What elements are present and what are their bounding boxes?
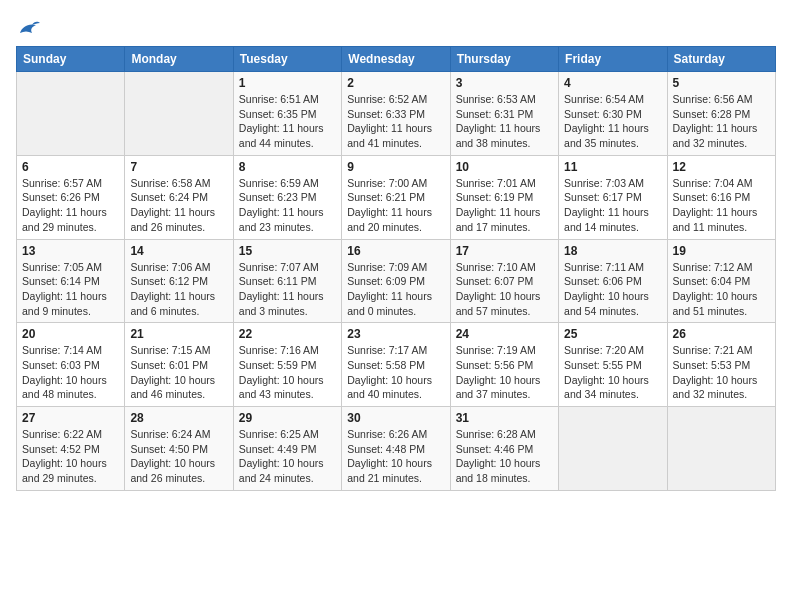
day-number: 19: [673, 244, 770, 258]
day-number: 7: [130, 160, 227, 174]
calendar-cell: [17, 72, 125, 156]
calendar-cell: 26Sunrise: 7:21 AMSunset: 5:53 PMDayligh…: [667, 323, 775, 407]
calendar-cell: 20Sunrise: 7:14 AMSunset: 6:03 PMDayligh…: [17, 323, 125, 407]
day-content: Sunrise: 6:57 AMSunset: 6:26 PMDaylight:…: [22, 176, 119, 235]
day-content: Sunrise: 7:04 AMSunset: 6:16 PMDaylight:…: [673, 176, 770, 235]
day-content: Sunrise: 6:28 AMSunset: 4:46 PMDaylight:…: [456, 427, 553, 486]
week-row-1: 6Sunrise: 6:57 AMSunset: 6:26 PMDaylight…: [17, 155, 776, 239]
calendar-cell: 21Sunrise: 7:15 AMSunset: 6:01 PMDayligh…: [125, 323, 233, 407]
day-number: 16: [347, 244, 444, 258]
header-sunday: Sunday: [17, 47, 125, 72]
calendar-cell: 25Sunrise: 7:20 AMSunset: 5:55 PMDayligh…: [559, 323, 667, 407]
day-number: 12: [673, 160, 770, 174]
calendar-cell: 6Sunrise: 6:57 AMSunset: 6:26 PMDaylight…: [17, 155, 125, 239]
logo-bird-icon: [18, 19, 40, 37]
calendar-cell: 22Sunrise: 7:16 AMSunset: 5:59 PMDayligh…: [233, 323, 341, 407]
calendar-cell: [667, 407, 775, 491]
header-monday: Monday: [125, 47, 233, 72]
header-saturday: Saturday: [667, 47, 775, 72]
calendar-cell: 7Sunrise: 6:58 AMSunset: 6:24 PMDaylight…: [125, 155, 233, 239]
calendar-cell: [125, 72, 233, 156]
calendar-cell: 11Sunrise: 7:03 AMSunset: 6:17 PMDayligh…: [559, 155, 667, 239]
calendar-cell: 27Sunrise: 6:22 AMSunset: 4:52 PMDayligh…: [17, 407, 125, 491]
day-number: 20: [22, 327, 119, 341]
day-content: Sunrise: 6:22 AMSunset: 4:52 PMDaylight:…: [22, 427, 119, 486]
day-content: Sunrise: 6:53 AMSunset: 6:31 PMDaylight:…: [456, 92, 553, 151]
day-number: 3: [456, 76, 553, 90]
day-number: 2: [347, 76, 444, 90]
day-content: Sunrise: 7:17 AMSunset: 5:58 PMDaylight:…: [347, 343, 444, 402]
calendar-header-row: SundayMondayTuesdayWednesdayThursdayFrid…: [17, 47, 776, 72]
day-content: Sunrise: 7:16 AMSunset: 5:59 PMDaylight:…: [239, 343, 336, 402]
calendar-cell: 4Sunrise: 6:54 AMSunset: 6:30 PMDaylight…: [559, 72, 667, 156]
calendar-cell: 10Sunrise: 7:01 AMSunset: 6:19 PMDayligh…: [450, 155, 558, 239]
calendar-cell: 16Sunrise: 7:09 AMSunset: 6:09 PMDayligh…: [342, 239, 450, 323]
logo-text: [16, 16, 40, 38]
day-content: Sunrise: 7:00 AMSunset: 6:21 PMDaylight:…: [347, 176, 444, 235]
calendar-cell: 3Sunrise: 6:53 AMSunset: 6:31 PMDaylight…: [450, 72, 558, 156]
day-number: 30: [347, 411, 444, 425]
header-tuesday: Tuesday: [233, 47, 341, 72]
week-row-2: 13Sunrise: 7:05 AMSunset: 6:14 PMDayligh…: [17, 239, 776, 323]
day-content: Sunrise: 7:09 AMSunset: 6:09 PMDaylight:…: [347, 260, 444, 319]
logo: [16, 16, 40, 38]
calendar-cell: 1Sunrise: 6:51 AMSunset: 6:35 PMDaylight…: [233, 72, 341, 156]
calendar-cell: 9Sunrise: 7:00 AMSunset: 6:21 PMDaylight…: [342, 155, 450, 239]
calendar-cell: 14Sunrise: 7:06 AMSunset: 6:12 PMDayligh…: [125, 239, 233, 323]
day-content: Sunrise: 7:14 AMSunset: 6:03 PMDaylight:…: [22, 343, 119, 402]
day-content: Sunrise: 7:21 AMSunset: 5:53 PMDaylight:…: [673, 343, 770, 402]
calendar-cell: 19Sunrise: 7:12 AMSunset: 6:04 PMDayligh…: [667, 239, 775, 323]
day-content: Sunrise: 7:05 AMSunset: 6:14 PMDaylight:…: [22, 260, 119, 319]
day-number: 1: [239, 76, 336, 90]
day-number: 29: [239, 411, 336, 425]
day-number: 25: [564, 327, 661, 341]
day-number: 27: [22, 411, 119, 425]
calendar-cell: 31Sunrise: 6:28 AMSunset: 4:46 PMDayligh…: [450, 407, 558, 491]
day-content: Sunrise: 6:51 AMSunset: 6:35 PMDaylight:…: [239, 92, 336, 151]
day-number: 14: [130, 244, 227, 258]
day-number: 24: [456, 327, 553, 341]
day-number: 8: [239, 160, 336, 174]
day-number: 26: [673, 327, 770, 341]
day-number: 4: [564, 76, 661, 90]
calendar-cell: 24Sunrise: 7:19 AMSunset: 5:56 PMDayligh…: [450, 323, 558, 407]
day-number: 18: [564, 244, 661, 258]
header-friday: Friday: [559, 47, 667, 72]
calendar-cell: 30Sunrise: 6:26 AMSunset: 4:48 PMDayligh…: [342, 407, 450, 491]
day-content: Sunrise: 7:01 AMSunset: 6:19 PMDaylight:…: [456, 176, 553, 235]
day-content: Sunrise: 6:52 AMSunset: 6:33 PMDaylight:…: [347, 92, 444, 151]
day-number: 11: [564, 160, 661, 174]
day-number: 17: [456, 244, 553, 258]
header-thursday: Thursday: [450, 47, 558, 72]
day-number: 10: [456, 160, 553, 174]
day-content: Sunrise: 7:12 AMSunset: 6:04 PMDaylight:…: [673, 260, 770, 319]
calendar-cell: [559, 407, 667, 491]
header-wednesday: Wednesday: [342, 47, 450, 72]
page-header: [16, 16, 776, 38]
day-content: Sunrise: 7:10 AMSunset: 6:07 PMDaylight:…: [456, 260, 553, 319]
day-content: Sunrise: 6:56 AMSunset: 6:28 PMDaylight:…: [673, 92, 770, 151]
day-content: Sunrise: 7:15 AMSunset: 6:01 PMDaylight:…: [130, 343, 227, 402]
week-row-3: 20Sunrise: 7:14 AMSunset: 6:03 PMDayligh…: [17, 323, 776, 407]
calendar-cell: 28Sunrise: 6:24 AMSunset: 4:50 PMDayligh…: [125, 407, 233, 491]
calendar-cell: 2Sunrise: 6:52 AMSunset: 6:33 PMDaylight…: [342, 72, 450, 156]
calendar-cell: 18Sunrise: 7:11 AMSunset: 6:06 PMDayligh…: [559, 239, 667, 323]
calendar-cell: 17Sunrise: 7:10 AMSunset: 6:07 PMDayligh…: [450, 239, 558, 323]
day-content: Sunrise: 7:19 AMSunset: 5:56 PMDaylight:…: [456, 343, 553, 402]
day-content: Sunrise: 7:11 AMSunset: 6:06 PMDaylight:…: [564, 260, 661, 319]
day-content: Sunrise: 7:06 AMSunset: 6:12 PMDaylight:…: [130, 260, 227, 319]
week-row-0: 1Sunrise: 6:51 AMSunset: 6:35 PMDaylight…: [17, 72, 776, 156]
calendar-cell: 29Sunrise: 6:25 AMSunset: 4:49 PMDayligh…: [233, 407, 341, 491]
day-number: 13: [22, 244, 119, 258]
day-content: Sunrise: 6:58 AMSunset: 6:24 PMDaylight:…: [130, 176, 227, 235]
calendar-cell: 13Sunrise: 7:05 AMSunset: 6:14 PMDayligh…: [17, 239, 125, 323]
day-content: Sunrise: 6:24 AMSunset: 4:50 PMDaylight:…: [130, 427, 227, 486]
calendar-cell: 15Sunrise: 7:07 AMSunset: 6:11 PMDayligh…: [233, 239, 341, 323]
day-content: Sunrise: 6:54 AMSunset: 6:30 PMDaylight:…: [564, 92, 661, 151]
calendar-cell: 12Sunrise: 7:04 AMSunset: 6:16 PMDayligh…: [667, 155, 775, 239]
day-number: 31: [456, 411, 553, 425]
day-content: Sunrise: 6:26 AMSunset: 4:48 PMDaylight:…: [347, 427, 444, 486]
calendar-cell: 23Sunrise: 7:17 AMSunset: 5:58 PMDayligh…: [342, 323, 450, 407]
day-number: 28: [130, 411, 227, 425]
day-content: Sunrise: 7:20 AMSunset: 5:55 PMDaylight:…: [564, 343, 661, 402]
